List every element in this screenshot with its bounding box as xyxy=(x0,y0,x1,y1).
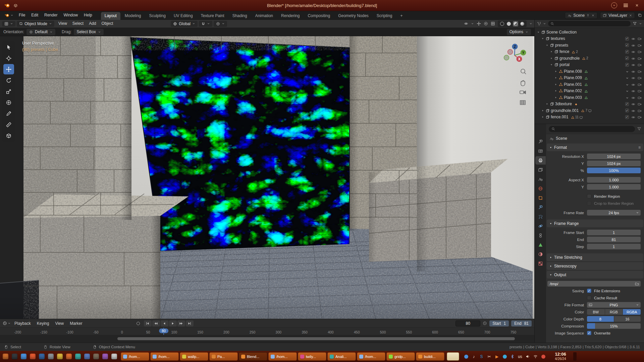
hide-eye-toggle[interactable] xyxy=(631,62,635,67)
window-button-anali-7[interactable]: Anali... xyxy=(327,352,356,361)
outliner-editor-icon[interactable] xyxy=(537,21,541,26)
restrict-dropdown[interactable] xyxy=(626,75,629,80)
hide-eye-toggle[interactable] xyxy=(631,82,635,87)
window-button-pa-3[interactable]: Pa... xyxy=(209,352,238,361)
snapping-toggle[interactable] xyxy=(199,21,212,27)
show-overlays-icon[interactable] xyxy=(484,21,488,26)
color-option-rgb[interactable]: RGB xyxy=(605,309,623,315)
workspace-tab-geometry-nodes[interactable]: Geometry Nodes xyxy=(334,12,372,20)
exclude-checkbox[interactable] xyxy=(625,56,629,60)
jump-to-start-button[interactable] xyxy=(144,320,152,326)
hide-eye-toggle[interactable] xyxy=(631,56,635,61)
workspace-tab-scripting[interactable]: Scripting xyxy=(373,12,396,20)
launcher-applications-menu[interactable] xyxy=(1,352,10,361)
auto-keyframe-button[interactable] xyxy=(137,322,140,325)
compression-slider[interactable]: 15% xyxy=(587,323,641,329)
timeline-scrollbar[interactable] xyxy=(0,335,534,343)
scrollbar-thumb[interactable] xyxy=(117,337,515,340)
restrict-dropdown[interactable] xyxy=(626,95,629,100)
shading-rendered-button[interactable] xyxy=(520,21,525,26)
viewlayer-selector[interactable]: ViewLayer xyxy=(600,12,635,19)
timeline-ruler[interactable]: -200-150-100-500501001502002503003504004… xyxy=(0,327,534,335)
output-path-field[interactable]: /tmp/ xyxy=(547,281,641,287)
color-depth-option-16[interactable]: 16 xyxy=(614,316,641,322)
viewport-menu-object[interactable]: Object xyxy=(99,20,116,27)
next-keyframe-button[interactable] xyxy=(177,320,185,326)
new-viewlayer-icon[interactable] xyxy=(638,13,642,17)
aspect-x-field[interactable]: 1.000 xyxy=(587,177,641,183)
frame-start-field[interactable]: Start1 xyxy=(489,320,509,326)
disclosure-closed[interactable] xyxy=(553,83,558,86)
tool-cursor[interactable] xyxy=(3,53,14,63)
tray-sync[interactable] xyxy=(502,355,507,359)
shading-wireframe-button[interactable] xyxy=(499,21,505,26)
file-extensions-checkbox[interactable] xyxy=(587,289,591,293)
outliner-row-presets[interactable]: presets xyxy=(535,42,644,49)
hide-eye-toggle[interactable] xyxy=(631,88,635,93)
render-camera-toggle[interactable] xyxy=(638,56,642,61)
launcher-screenshot[interactable] xyxy=(101,352,109,361)
properties-search-input[interactable] xyxy=(549,126,635,132)
tray-bluetooth[interactable] xyxy=(510,354,515,359)
menu-file[interactable]: File xyxy=(16,11,28,19)
workspace-tab-texture-paint[interactable]: Texture Paint xyxy=(197,12,228,20)
launcher-gimp[interactable] xyxy=(92,352,100,361)
hide-eye-toggle[interactable] xyxy=(631,69,635,74)
color-option-rgba[interactable]: RGBA xyxy=(623,309,641,315)
outliner-row-plane-002[interactable]: Plane.002 xyxy=(535,88,644,95)
section-header-time-stretching[interactable]: Time Stretching xyxy=(547,253,643,261)
workspace-tab-modeling[interactable]: Modeling xyxy=(121,12,145,20)
outliner-row-fence-001[interactable]: fence.00111 xyxy=(535,114,644,121)
gizmo-axis-negative-x[interactable] xyxy=(508,50,513,55)
tray-clipboard[interactable]: ✂ xyxy=(487,354,492,359)
unlink-scene-icon[interactable] xyxy=(591,14,595,17)
properties-tab-texture[interactable] xyxy=(535,259,546,268)
properties-tab-output[interactable] xyxy=(535,156,546,165)
render-camera-toggle[interactable] xyxy=(638,49,642,54)
tool-rotate[interactable] xyxy=(3,75,14,85)
disclosure-closed[interactable] xyxy=(540,109,545,112)
outliner-row-fence[interactable]: fence2 xyxy=(535,49,644,55)
outliner-search-input[interactable] xyxy=(548,21,631,26)
outliner-row-plane-008[interactable]: Plane.008 xyxy=(535,68,644,75)
outliner-row-scene-collection[interactable]: Scene Collection xyxy=(535,29,644,36)
color-depth-option-8[interactable]: 8 xyxy=(587,316,614,322)
tray-keyboard-layout[interactable]: us xyxy=(518,354,523,359)
menu-help[interactable]: Help xyxy=(81,11,95,19)
disclosure-open[interactable] xyxy=(540,37,545,40)
outliner-row-plane-001[interactable]: Plane.001 xyxy=(535,81,644,88)
play-reverse-button[interactable] xyxy=(161,320,168,326)
editor-type-button[interactable] xyxy=(2,21,15,26)
outliner-row-plane-003[interactable]: Plane.003 xyxy=(535,94,644,101)
properties-tab-object[interactable] xyxy=(535,194,546,202)
mode-selector[interactable]: Object Mode xyxy=(17,21,54,27)
resolution-x-field[interactable]: 1024 px xyxy=(587,154,641,159)
hide-eye-toggle[interactable] xyxy=(631,102,635,106)
remove-viewlayer-icon[interactable] xyxy=(629,14,632,17)
section-menu-icon[interactable]: ≡ xyxy=(638,145,641,150)
workspace-tab-sculpting[interactable]: Sculpting xyxy=(146,12,169,20)
shading-dropdown-icon[interactable] xyxy=(529,22,532,25)
properties-tab-physics[interactable] xyxy=(535,222,546,230)
section-header-format[interactable]: Format≡ xyxy=(547,143,643,151)
launcher-image-viewer[interactable] xyxy=(56,352,64,361)
render-camera-toggle[interactable] xyxy=(638,102,642,106)
tool-move[interactable] xyxy=(3,64,14,74)
section-header-stereoscopy[interactable]: Stereoscopy xyxy=(547,262,643,270)
previous-keyframe-button[interactable] xyxy=(152,320,160,326)
properties-tab-modifiers[interactable] xyxy=(535,203,546,212)
menu-edit[interactable]: Edit xyxy=(28,11,41,19)
filter-icon[interactable] xyxy=(637,127,641,131)
hide-eye-toggle[interactable] xyxy=(631,36,635,41)
tool-transform[interactable] xyxy=(3,97,14,108)
tray-volume[interactable] xyxy=(525,354,530,359)
disclosure-closed[interactable] xyxy=(553,70,558,73)
properties-tab-particles[interactable] xyxy=(535,213,546,221)
frame-rate-field[interactable]: 24 fps xyxy=(587,210,641,216)
outliner-row-plane-009[interactable]: Plane.009 xyxy=(535,75,644,81)
tray-indicator[interactable] xyxy=(464,355,469,359)
color-option-bw[interactable]: BW xyxy=(587,309,605,315)
properties-tab-material[interactable] xyxy=(535,250,546,258)
workspace-tab-item[interactable]: + xyxy=(397,12,407,20)
render-camera-toggle[interactable] xyxy=(638,82,642,87)
